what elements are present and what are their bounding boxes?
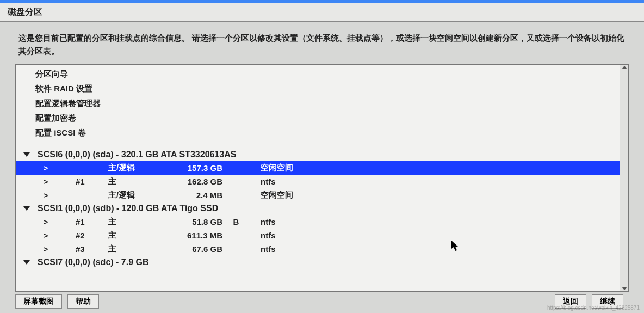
disk-header-sda[interactable]: SCSI6 (0,0,0) (sda) - 320.1 GB ATA ST332… xyxy=(16,148,620,161)
partition-row[interactable]: > 主/逻辑 157.3 GB 空闲空间 xyxy=(16,161,620,175)
option-lvm[interactable]: 配置逻辑卷管理器 xyxy=(16,96,620,111)
chevron-down-icon xyxy=(23,152,30,157)
partition-type: 主 xyxy=(108,176,163,187)
caret-icon: > xyxy=(16,217,76,226)
caret-icon: > xyxy=(16,191,76,200)
option-software-raid[interactable]: 软件 RAID 设置 xyxy=(16,82,620,96)
partition-row[interactable]: > #1 主 162.8 GB ntfs xyxy=(16,175,620,188)
partition-filesystem: ntfs xyxy=(250,244,326,254)
partition-number: #1 xyxy=(76,217,108,226)
partition-size: 51.8 GB xyxy=(163,217,222,226)
partition-size: 2.4 MB xyxy=(163,191,222,200)
partition-filesystem: ntfs xyxy=(250,217,326,226)
help-button[interactable]: 帮助 xyxy=(67,294,99,309)
disk-header-label: SCSI7 (0,0,0) (sdc) - 7.9 GB xyxy=(38,257,149,267)
partition-filesystem: ntfs xyxy=(250,177,326,186)
continue-button[interactable]: 继续 xyxy=(592,294,623,309)
partition-size: 67.6 GB xyxy=(163,244,222,254)
intro-text: 这是您目前已配置的分区和挂载点的综合信息。 请选择一个分区以修改其设置（文件系统… xyxy=(0,22,644,64)
disk-header-label: SCSI6 (0,0,0) (sda) - 320.1 GB ATA ST332… xyxy=(38,150,236,159)
partition-size: 157.3 GB xyxy=(163,163,222,173)
back-button[interactable]: 返回 xyxy=(555,294,586,309)
option-guided-partitioning[interactable]: 分区向导 xyxy=(16,67,620,82)
option-encrypted-volumes[interactable]: 配置加密卷 xyxy=(16,111,620,126)
partition-size: 162.8 GB xyxy=(163,177,222,186)
chevron-down-icon xyxy=(23,206,30,211)
partition-flag: B xyxy=(222,217,250,226)
partition-filesystem: 空闲空间 xyxy=(250,190,326,200)
caret-icon: > xyxy=(16,244,76,254)
scroll-down-icon[interactable] xyxy=(622,287,627,290)
partition-type: 主 xyxy=(108,217,163,227)
chevron-down-icon xyxy=(23,260,30,265)
window-title: 磁盘分区 xyxy=(0,3,644,22)
partition-row[interactable]: > 主/逻辑 2.4 MB 空闲空间 xyxy=(16,188,620,202)
partition-size: 611.3 MB xyxy=(163,231,222,240)
partition-row[interactable]: > #3 主 67.6 GB ntfs xyxy=(16,242,620,256)
partition-number: #2 xyxy=(76,231,108,240)
partition-number: #3 xyxy=(76,244,108,254)
option-iscsi[interactable]: 配置 iSCSI 卷 xyxy=(16,126,620,140)
caret-icon: > xyxy=(16,177,76,186)
partition-type: 主/逻辑 xyxy=(108,163,163,173)
scrollbar[interactable] xyxy=(620,65,628,291)
caret-icon: > xyxy=(16,231,76,240)
partition-row[interactable]: > #1 主 51.8 GB B ntfs xyxy=(16,215,620,229)
partition-row[interactable]: > #2 主 611.3 MB ntfs xyxy=(16,229,620,242)
partition-type: 主 xyxy=(108,230,163,241)
disk-header-label: SCSI1 (0,0,0) (sdb) - 120.0 GB ATA Tigo … xyxy=(38,204,218,213)
partition-number: #1 xyxy=(76,177,108,186)
disk-header-sdc[interactable]: SCSI7 (0,0,0) (sdc) - 7.9 GB xyxy=(16,256,620,269)
scroll-up-icon[interactable] xyxy=(622,66,627,69)
partition-list-panel: 分区向导 软件 RAID 设置 配置逻辑卷管理器 配置加密卷 配置 iSCSI … xyxy=(15,64,629,292)
partition-type: 主/逻辑 xyxy=(108,190,163,200)
footer-bar: 屏幕截图 帮助 返回 继续 xyxy=(0,291,644,313)
screenshot-button[interactable]: 屏幕截图 xyxy=(15,294,62,309)
spacer xyxy=(16,140,620,148)
partition-list: 分区向导 软件 RAID 设置 配置逻辑卷管理器 配置加密卷 配置 iSCSI … xyxy=(16,65,620,291)
partition-filesystem: ntfs xyxy=(250,231,326,240)
caret-icon: > xyxy=(16,163,76,173)
disk-header-sdb[interactable]: SCSI1 (0,0,0) (sdb) - 120.0 GB ATA Tigo … xyxy=(16,202,620,215)
partition-type: 主 xyxy=(108,244,163,254)
partition-filesystem: 空闲空间 xyxy=(250,163,326,173)
